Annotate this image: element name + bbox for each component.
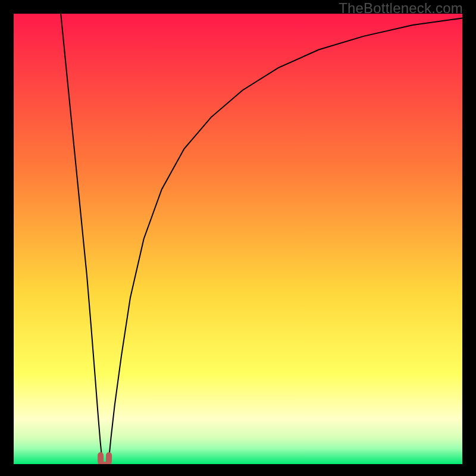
watermark-text: TheBottleneck.com <box>339 0 463 17</box>
chart-frame: TheBottleneck.com <box>0 0 476 476</box>
chart-plot <box>14 14 462 464</box>
gradient-background <box>14 14 462 464</box>
